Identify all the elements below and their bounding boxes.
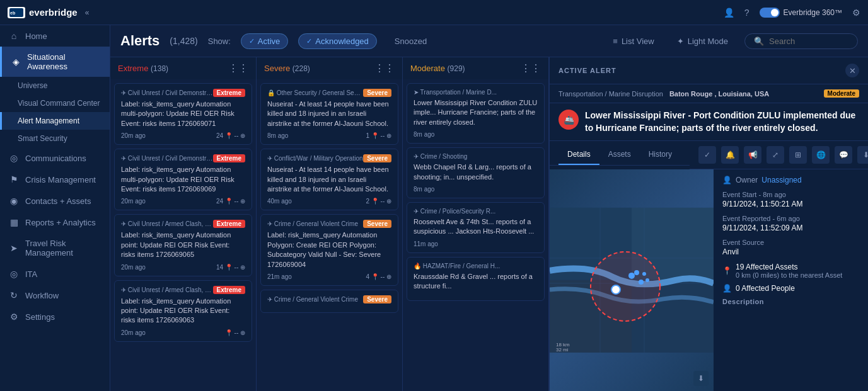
moderate-column-title: Moderate (929): [410, 64, 465, 73]
event-start-label: Event Start - 8m ago: [722, 191, 859, 198]
affected-people-label: 0 Affected People: [736, 284, 795, 293]
sidebar-item-alert-management[interactable]: Alert Management: [0, 112, 110, 130]
close-detail-button[interactable]: ✕: [845, 64, 859, 77]
table-row[interactable]: ✈ Civil Unrest / Civil Demonstration... …: [114, 83, 252, 145]
sidebar-item-sa-label: Situational Awareness: [27, 52, 101, 71]
alert-type-icon: 🚢: [558, 110, 579, 130]
content-area: Alerts (1,428) Show: ✓ Active ✓ Acknowle…: [110, 25, 868, 391]
logo: eb everbridge: [8, 7, 78, 18]
table-row[interactable]: ✈ Crime / General Violent Crime Severe: [260, 290, 398, 313]
table-row[interactable]: ✈ Civil Unrest / Civil Demonstration... …: [114, 149, 252, 210]
card-time: 20m ago: [121, 132, 212, 139]
card-body: Nuseirat - At least 14 people have been …: [267, 165, 391, 194]
tab-details[interactable]: Details: [558, 145, 599, 165]
list-view-label: List View: [622, 37, 654, 46]
card-category: ✈ Crime / Shooting: [414, 153, 538, 160]
tab-assets[interactable]: Assets: [599, 145, 640, 165]
extreme-column-menu[interactable]: ⋮⋮: [228, 62, 248, 74]
card-icons: 4 📍 -- ⊕: [366, 273, 391, 280]
light-mode-btn[interactable]: ✦ Light Mode: [671, 34, 734, 48]
filter-snoozed-btn[interactable]: Snoozed: [387, 34, 434, 48]
travel-icon: ➤: [9, 243, 19, 253]
severe-column-menu[interactable]: ⋮⋮: [374, 62, 395, 74]
sidebar-item-home[interactable]: ⌂ Home: [0, 25, 110, 47]
toggle-container[interactable]: Everbridge 360™: [760, 8, 842, 18]
card-category: 🔥 HAZMAT/Fire / General H...: [414, 263, 538, 269]
table-row[interactable]: 🔒 Other Security / General Securi... Sev…: [260, 83, 398, 145]
show-label: Show:: [208, 37, 231, 46]
sidebar-item-situational-awareness[interactable]: ◈ Situational Awareness: [0, 47, 110, 77]
action-check-icon[interactable]: ✓: [698, 146, 716, 164]
sidebar-item-smart-security[interactable]: Smart Security: [0, 130, 110, 147]
sidebar-item-settings[interactable]: ⚙ Settings: [0, 306, 110, 327]
action-globe-icon[interactable]: 🌐: [812, 146, 830, 164]
list-view-btn[interactable]: ≡ List View: [606, 34, 660, 48]
sidebar-item-vcc[interactable]: Visual Command Center: [0, 94, 110, 112]
filter-acknowledged-btn[interactable]: ✓ Acknowledged: [298, 33, 377, 49]
toggle-label-text: Everbridge 360™: [784, 8, 842, 17]
card-icons: 1 📍 -- ⊕: [366, 132, 391, 139]
filter-active-btn[interactable]: ✓ Active: [241, 33, 288, 49]
active-alert-label: ACTIVE ALERT: [558, 67, 616, 74]
table-row[interactable]: 🔥 HAZMAT/Fire / General H... Kraussdale …: [407, 257, 545, 301]
card-footer: 20m ago 14 📍 -- ⊕: [121, 264, 245, 271]
search-box[interactable]: 🔍: [744, 33, 858, 49]
severe-badge: Severe: [363, 220, 391, 228]
card-header: ✈ Civil Unrest / Armed Clash, Civil... E…: [121, 220, 245, 228]
workflow-icon: ↻: [9, 290, 19, 300]
card-category: ✈ Civil Unrest / Armed Clash, Civil...: [121, 286, 213, 293]
user-icon[interactable]: 👤: [724, 8, 734, 18]
table-row[interactable]: ✈ Conflict/War / Military Operation Seve…: [260, 149, 398, 210]
svg-point-14: [639, 280, 644, 285]
sidebar-item-universe-label: Universe: [18, 81, 47, 90]
tab-history[interactable]: History: [640, 145, 681, 165]
card-footer: 8m ago: [414, 131, 538, 138]
sidebar-item-travel-label: Travel Risk Management: [25, 239, 101, 258]
sidebar-item-contacts[interactable]: ◉ Contacts + Assets: [0, 190, 110, 212]
action-expand-icon[interactable]: ⤢: [767, 146, 784, 164]
sidebar-item-workflow[interactable]: ↻ Workflow: [0, 285, 110, 306]
sidebar-item-reports[interactable]: ▦ Reports + Analytics: [0, 212, 110, 233]
action-chat-icon[interactable]: 💬: [835, 146, 852, 164]
moderate-column-menu[interactable]: ⋮⋮: [521, 62, 541, 74]
toggle-switch[interactable]: [760, 8, 780, 18]
extreme-badge: Extreme: [213, 89, 245, 97]
event-reported-value: 9/11/2024, 11:52:09 AM: [722, 224, 859, 232]
light-mode-label: Light Mode: [688, 37, 728, 46]
action-download-icon[interactable]: ⬇: [857, 146, 868, 164]
card-time: 20m ago: [121, 198, 212, 205]
table-row[interactable]: ✈ Crime / Shooting Webb Chapel Rd & Larg…: [407, 147, 545, 198]
extreme-count: (138): [151, 64, 168, 73]
sidebar-item-am-label: Alert Management: [18, 116, 79, 125]
detail-title-area: 🚢 Lower Mississippi River - Port Conditi…: [550, 103, 868, 141]
card-time: 21m ago: [267, 273, 362, 280]
help-icon[interactable]: ?: [744, 8, 749, 18]
sidebar-item-travel[interactable]: ➤ Travel Risk Management: [0, 233, 110, 263]
logo-icon: eb: [8, 7, 25, 18]
sidebar-item-communications[interactable]: ◎ Communications: [0, 147, 110, 169]
map-placeholder: 18 km 32 mi ⬇: [550, 169, 714, 391]
search-input[interactable]: [769, 37, 851, 46]
table-row[interactable]: ✈ Crime / General Violent Crime Severe L…: [260, 214, 398, 286]
table-row[interactable]: ✈ Civil Unrest / Armed Clash, Civil... E…: [114, 214, 252, 276]
table-row[interactable]: ➤ Transportation / Marine D... Lower Mis…: [407, 83, 545, 144]
owner-value[interactable]: Unassigned: [761, 176, 801, 184]
settings-icon[interactable]: ⚙: [852, 8, 860, 18]
sidebar-item-ita[interactable]: ◎ ITA: [0, 263, 110, 285]
action-bell-icon[interactable]: 🔔: [721, 146, 739, 164]
card-header: ✈ Civil Unrest / Armed Clash, Civil... E…: [121, 286, 245, 294]
detail-breadcrumb: Transportation / Marine Disruption: [558, 90, 663, 98]
extreme-column-header: Extreme (138) ⋮⋮: [110, 57, 256, 79]
sidebar-item-universe[interactable]: Universe: [0, 77, 110, 94]
table-row[interactable]: ✈ Crime / Police/Security R... Roosevelt…: [407, 202, 545, 253]
card-footer: 8m ago 1 📍 -- ⊕: [267, 132, 391, 139]
action-grid-icon[interactable]: ⊞: [789, 146, 807, 164]
sidebar-item-crisis[interactable]: ⚑ Crisis Management: [0, 169, 110, 190]
nav-collapse-icon[interactable]: «: [83, 6, 92, 20]
map-download-icon[interactable]: ⬇: [693, 371, 709, 386]
action-share-icon[interactable]: 📢: [744, 146, 761, 164]
sidebar-item-workflow-label: Workflow: [25, 291, 59, 300]
table-row[interactable]: ✈ Civil Unrest / Armed Clash, Civil... E…: [114, 280, 252, 342]
sidebar-item-vcc-label: Visual Command Center: [18, 99, 100, 108]
filter-active-label: Active: [258, 37, 280, 46]
